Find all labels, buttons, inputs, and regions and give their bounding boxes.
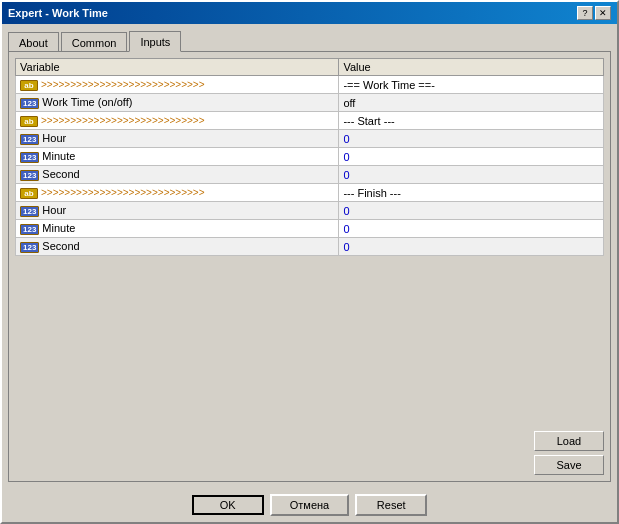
side-buttons: Load Save [534,431,604,475]
variable-name: Hour [42,204,66,216]
ab-type-icon: ab [20,188,38,199]
main-window: Expert - Work Time ? ✕ About Common Inpu… [0,0,619,524]
tab-inputs-label: Inputs [140,36,170,48]
tab-about-label: About [19,37,48,49]
tab-common-label: Common [72,37,117,49]
variable-value: 0 [339,202,604,220]
table-row: ab>>>>>>>>>>>>>>>>>>>>>>>>>>>> [16,76,339,94]
num-type-icon: 123 [20,134,39,145]
title-bar-buttons: ? ✕ [577,6,611,20]
num-type-icon: 123 [20,242,39,253]
variable-name: Minute [42,222,75,234]
ab-type-icon: ab [20,116,38,127]
variable-name: >>>>>>>>>>>>>>>>>>>>>>>>>>>> [41,187,205,198]
tab-bar: About Common Inputs [8,30,611,51]
tab-inputs[interactable]: Inputs [129,31,181,52]
variable-name: Second [42,168,79,180]
num-type-icon: 123 [20,152,39,163]
variable-value: 0 [339,220,604,238]
col-value-header: Value [339,59,604,76]
close-button[interactable]: ✕ [595,6,611,20]
table-row: ab>>>>>>>>>>>>>>>>>>>>>>>>>>>> [16,184,339,202]
table-row: 123Hour [16,202,339,220]
variable-value: 0 [339,130,604,148]
ok-button[interactable]: OK [192,495,264,515]
variable-value: off [339,94,604,112]
table-row: 123Work Time (on/off) [16,94,339,112]
reset-button[interactable]: Reset [355,494,427,516]
title-bar: Expert - Work Time ? ✕ [2,2,617,24]
variable-value: --- Finish --- [339,184,604,202]
variable-value: -== Work Time ==- [339,76,604,94]
save-button[interactable]: Save [534,455,604,475]
col-variable-header: Variable [16,59,339,76]
num-type-icon: 123 [20,224,39,235]
window-title: Expert - Work Time [8,7,108,19]
num-type-icon: 123 [20,206,39,217]
variable-value: 0 [339,166,604,184]
variable-name: >>>>>>>>>>>>>>>>>>>>>>>>>>>> [41,115,205,126]
variable-value: 0 [339,148,604,166]
footer: OK Отмена Reset [2,488,617,522]
variable-value: 0 [339,238,604,256]
table-row: 123Minute [16,220,339,238]
window-content: About Common Inputs Variable Value ab> [2,24,617,488]
tab-content-inputs: Variable Value ab>>>>>>>>>>>>>>>>>>>>>>>… [8,51,611,482]
tab-about[interactable]: About [8,32,59,52]
table-row: 123Second [16,166,339,184]
variable-name: Second [42,240,79,252]
variable-name: Hour [42,132,66,144]
cancel-button[interactable]: Отмена [270,494,349,516]
tab-common[interactable]: Common [61,32,128,52]
inputs-table: Variable Value ab>>>>>>>>>>>>>>>>>>>>>>>… [15,58,604,256]
num-type-icon: 123 [20,170,39,181]
help-button[interactable]: ? [577,6,593,20]
num-type-icon: 123 [20,98,39,109]
table-row: 123Hour [16,130,339,148]
variable-name: Work Time (on/off) [42,96,132,108]
table-row: ab>>>>>>>>>>>>>>>>>>>>>>>>>>>> [16,112,339,130]
table-row: 123Minute [16,148,339,166]
load-button[interactable]: Load [534,431,604,451]
variable-name: Minute [42,150,75,162]
ab-type-icon: ab [20,80,38,91]
table-row: 123Second [16,238,339,256]
variable-name: >>>>>>>>>>>>>>>>>>>>>>>>>>>> [41,79,205,90]
variable-value: --- Start --- [339,112,604,130]
